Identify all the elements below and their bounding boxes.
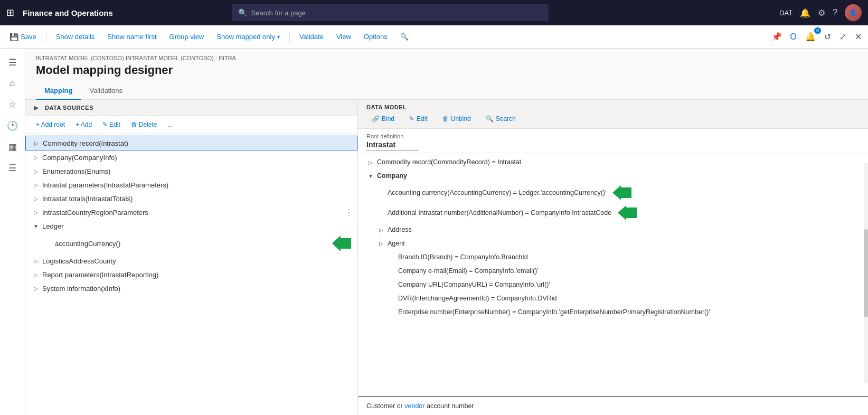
user-avatar[interactable]: 👤	[845, 4, 862, 21]
expand-icon-system-info[interactable]: ▷	[32, 284, 40, 293]
show-details-button[interactable]: Show details	[51, 31, 100, 43]
refresh-icon[interactable]: ↺	[822, 30, 833, 44]
tab-validations[interactable]: Validations	[81, 82, 131, 100]
tab-mapping[interactable]: Mapping	[36, 82, 81, 100]
dm-expand-company[interactable]: ▼	[366, 172, 375, 180]
search-toolbar-button[interactable]: 🔍	[395, 31, 414, 43]
sidebar-hamburger-icon[interactable]: ☰	[3, 53, 22, 72]
tree-item-enumerations[interactable]: ▷ Enumerations(Enums)	[25, 164, 357, 178]
settings-icon[interactable]: ⚙	[818, 8, 825, 18]
new-window-icon[interactable]: ⤢	[837, 30, 848, 44]
dm-expand-address[interactable]: ▷	[377, 225, 385, 234]
tree-item-report-params[interactable]: ▷ Report parameters(IntrastatReporting)	[25, 268, 357, 281]
edit-button[interactable]: ✎ Edit	[98, 119, 125, 130]
content-area: INTRASTAT MODEL (CONTOSO) INTRASTAT MODE…	[25, 49, 868, 415]
item-label-intrastat-totals: Intrastat totals(IntrastatTotals)	[42, 195, 351, 203]
dm-item-company-email[interactable]: ▷ Company e-mail(Email) = CompanyInfo.'e…	[358, 264, 868, 278]
data-model-tree: ▷ Commodity record(CommodityRecord) = In…	[358, 153, 868, 396]
more-button[interactable]: ...	[163, 119, 177, 130]
expand-icon-intrastat-totals[interactable]: ▷	[32, 194, 40, 203]
group-view-button[interactable]: Group view	[164, 31, 210, 43]
unbind-icon: 🗑	[442, 115, 449, 122]
green-arrow-left-additional	[618, 205, 637, 220]
dm-item-company-url[interactable]: ▷ Company URL(CompanyURL) = CompanyInfo.…	[358, 278, 868, 291]
sidebar-star-icon[interactable]: ☆	[3, 95, 22, 114]
expand-icon-report-params[interactable]: ▷	[32, 270, 40, 279]
expand-icon-country-region[interactable]: ▷	[32, 208, 40, 216]
notification-badge-icon[interactable]: 🔔0	[803, 30, 818, 44]
dm-item-company-group[interactable]: ▼ Company	[358, 169, 868, 183]
dm-item-commodity[interactable]: ▷ Commodity record(CommodityRecord) = In…	[358, 155, 868, 169]
tree-item-system-info[interactable]: ▷ System information(xInfo)	[25, 281, 357, 295]
expand-icon-commodity[interactable]: ▷	[32, 139, 41, 147]
expand-icon-logistics[interactable]: ▷	[32, 257, 40, 265]
save-button[interactable]: 💾 Save	[4, 31, 42, 43]
dm-item-branch-id[interactable]: ▷ Branch ID(Branch) = CompanyInfo.Branch…	[358, 250, 868, 264]
group-view-label: Group view	[169, 33, 204, 41]
tree-item-logistics[interactable]: ▷ LogisticsAddressCounty	[25, 254, 357, 268]
toolbar-separator-2	[289, 31, 290, 43]
validate-button[interactable]: Validate	[294, 31, 329, 43]
dm-item-address[interactable]: ▷ Address	[358, 223, 868, 237]
show-mapped-only-button[interactable]: Show mapped only ▾	[211, 31, 285, 43]
green-arrow-left-ledger	[332, 235, 351, 251]
office-icon[interactable]: O	[788, 30, 799, 44]
tree-item-company[interactable]: ▷ Company(CompanyInfo)	[25, 150, 357, 164]
dm-label-dvr: DVR(InterchangeAgreementId) = CompanyInf…	[398, 295, 557, 302]
pinned-icon[interactable]: 📌	[769, 30, 784, 44]
item-label-enumerations: Enumerations(Enums)	[42, 167, 351, 175]
tree-item-accounting-currency[interactable]: ▷ accountingCurrency()	[25, 233, 357, 254]
sidebar-history-icon[interactable]: 🕐	[3, 116, 22, 135]
dm-edit-button[interactable]: ✎ Edit	[404, 114, 433, 124]
search-input[interactable]	[251, 9, 542, 17]
app-grid-icon[interactable]: ⊞	[6, 7, 14, 18]
bind-label: Bind	[382, 115, 394, 122]
dm-item-additional-intrastat[interactable]: Additional Intrastat number(AdditionalNu…	[358, 203, 868, 223]
dm-item-dvr[interactable]: ▷ DVR(InterchangeAgreementId) = CompanyI…	[358, 291, 868, 305]
tree-item-intrastat-params[interactable]: ▷ Intrastat parameters(IntrastatParamete…	[25, 178, 357, 192]
vendor-link[interactable]: vendor	[404, 402, 424, 410]
sidebar-list-icon[interactable]: ☰	[3, 158, 22, 177]
help-icon[interactable]: ?	[833, 8, 837, 17]
scrollbar-track[interactable]	[864, 163, 868, 383]
delete-button[interactable]: 🗑 Delete	[127, 119, 162, 130]
tree-item-commodity[interactable]: ▷ Commodity record(Intrastat)	[25, 136, 357, 150]
expand-icon-company[interactable]: ▷	[32, 153, 40, 162]
unbind-button[interactable]: 🗑 Unbind	[437, 114, 476, 124]
unbind-label: Unbind	[451, 115, 471, 122]
sidebar-home-icon[interactable]: ⌂	[3, 74, 22, 93]
dm-label-accounting-currency: Accounting currency(AccountingCurrency) …	[388, 189, 606, 196]
item-label-ledger: Ledger	[42, 222, 351, 230]
panel-collapse-icon[interactable]: ▶	[34, 104, 39, 111]
scrollbar-thumb[interactable]	[864, 229, 868, 317]
tree-item-intrastat-totals[interactable]: ▷ Intrastat totals(IntrastatTotals)	[25, 192, 357, 205]
dm-search-button[interactable]: 🔍 Search	[480, 114, 521, 124]
root-def-label: Root definition	[366, 133, 860, 139]
expand-icon-enumerations[interactable]: ▷	[32, 167, 40, 175]
chevron-down-icon: ▾	[277, 34, 280, 40]
dm-expand-agent[interactable]: ▷	[377, 239, 385, 248]
global-search-bar[interactable]: 🔍	[232, 4, 549, 21]
tree-item-country-region[interactable]: ▷ IntrastatCountryRegionParameters ⋮	[25, 205, 357, 219]
dm-item-accounting-currency[interactable]: Accounting currency(AccountingCurrency) …	[358, 183, 868, 203]
add-root-button[interactable]: + Add root	[32, 119, 69, 130]
delete-label: Delete	[139, 121, 157, 128]
close-icon[interactable]: ✕	[853, 30, 864, 44]
dm-item-enterprise-number[interactable]: ▷ Enterprise number(EnterpriseNumber) = …	[358, 305, 868, 319]
dm-expand-commodity[interactable]: ▷	[366, 158, 375, 166]
notification-icon[interactable]: 🔔	[800, 8, 810, 18]
toolbar-right: 📌 O 🔔0 ↺ ⤢ ✕	[769, 30, 864, 44]
edit-label: Edit	[109, 121, 120, 128]
view-button[interactable]: View	[331, 31, 356, 43]
expand-icon-ledger[interactable]: ▼	[32, 222, 40, 230]
tabs-bar: Mapping Validations	[25, 82, 868, 100]
tree-item-ledger[interactable]: ▼ Ledger	[25, 219, 357, 233]
bind-button[interactable]: 🔗 Bind	[366, 114, 400, 124]
dm-item-agent[interactable]: ▷ Agent	[358, 237, 868, 250]
page-title: Model mapping designer	[36, 63, 857, 77]
expand-icon-intrastat-params[interactable]: ▷	[32, 181, 40, 189]
options-button[interactable]: Options	[358, 31, 393, 43]
show-name-first-button[interactable]: Show name first	[102, 31, 162, 43]
sidebar-table-icon[interactable]: ▦	[3, 137, 22, 156]
add-button[interactable]: + Add	[71, 119, 96, 130]
